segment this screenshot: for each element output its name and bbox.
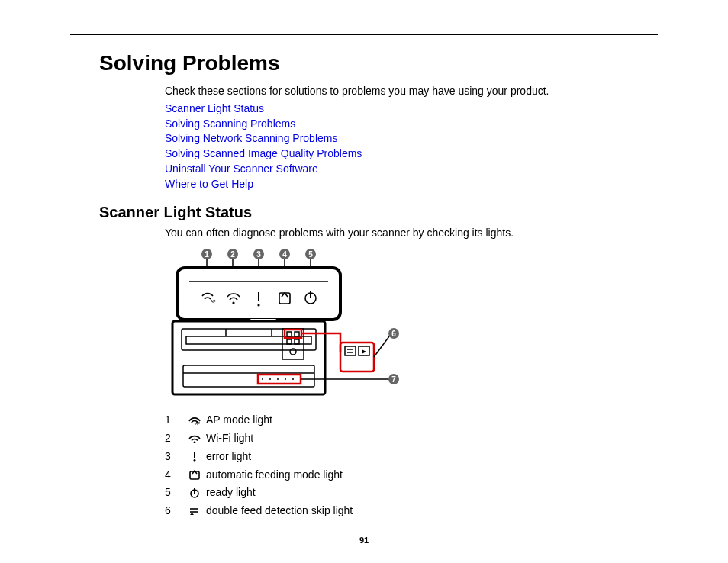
svg-text:AP: AP xyxy=(211,299,216,304)
intro-text: Check these sections for solutions to pr… xyxy=(165,84,638,98)
svg-rect-40 xyxy=(345,346,356,355)
callout-3: 3 xyxy=(256,249,261,258)
svg-point-32 xyxy=(292,378,294,380)
svg-point-30 xyxy=(277,378,279,380)
legend-list: 1 AP AP mode light 2 Wi-Fi light 3 error… xyxy=(165,413,638,518)
page-title: Solving Problems xyxy=(99,49,658,78)
svg-text:AP: AP xyxy=(195,422,200,426)
svg-point-31 xyxy=(285,378,286,380)
callout-5: 5 xyxy=(308,249,313,258)
link-list: Scanner Light Status Solving Scanning Pr… xyxy=(165,101,638,191)
svg-point-29 xyxy=(269,378,271,380)
svg-rect-55 xyxy=(190,471,199,479)
legend-label: Wi-Fi light xyxy=(206,431,253,446)
top-rule xyxy=(70,34,658,35)
link-scanner-light-status[interactable]: Scanner Light Status xyxy=(165,101,638,116)
link-solving-network-scanning-problems[interactable]: Solving Network Scanning Problems xyxy=(165,131,638,146)
ready-icon xyxy=(186,487,203,498)
svg-point-15 xyxy=(257,304,259,306)
legend-label: automatic feeding mode light xyxy=(206,468,343,482)
legend-row: 2 Wi-Fi light xyxy=(165,431,638,446)
error-icon xyxy=(186,451,203,462)
legend-label: error light xyxy=(206,449,251,464)
legend-num: 2 xyxy=(165,431,186,446)
legend-row: 6 double feed detection skip light xyxy=(165,503,638,518)
svg-line-46 xyxy=(374,336,389,357)
legend-label: double feed detection skip light xyxy=(206,503,353,518)
scanner-lights-diagram: 1 2 3 4 5 AP xyxy=(165,245,411,405)
svg-point-52 xyxy=(194,442,196,443)
callout-6: 6 xyxy=(391,329,396,337)
link-solving-scanning-problems[interactable]: Solving Scanning Problems xyxy=(165,117,638,131)
callout-4: 4 xyxy=(282,249,287,258)
legend-num: 6 xyxy=(165,503,186,518)
ap-mode-icon: AP xyxy=(186,414,203,425)
link-solving-scanned-image-quality[interactable]: Solving Scanned Image Quality Problems xyxy=(165,146,638,161)
svg-point-13 xyxy=(232,301,234,304)
legend-label: AP mode light xyxy=(206,413,272,427)
svg-point-54 xyxy=(194,459,196,462)
legend-label: ready light xyxy=(206,485,256,500)
legend-num: 4 xyxy=(165,468,186,482)
link-where-to-get-help[interactable]: Where to Get Help xyxy=(165,177,638,191)
afm-icon xyxy=(186,469,203,480)
legend-row: 1 AP AP mode light xyxy=(165,413,638,427)
svg-marker-44 xyxy=(362,349,366,354)
svg-point-28 xyxy=(262,378,263,380)
section-intro: You can often diagnose problems with you… xyxy=(165,226,638,240)
link-uninstall-scanner-software[interactable]: Uninstall Your Scanner Software xyxy=(165,162,638,176)
legend-num: 3 xyxy=(165,449,186,464)
callout-7: 7 xyxy=(391,375,396,383)
page-number: 91 xyxy=(0,535,728,546)
wifi-icon xyxy=(186,433,203,443)
svg-marker-60 xyxy=(190,513,194,515)
callout-1: 1 xyxy=(205,249,209,258)
legend-num: 5 xyxy=(165,485,186,500)
legend-row: 4 automatic feeding mode light xyxy=(165,468,638,482)
legend-num: 1 xyxy=(165,413,186,427)
callout-2: 2 xyxy=(230,249,235,258)
dfd-skip-icon xyxy=(186,506,203,516)
legend-row: 3 error light xyxy=(165,449,638,464)
section-heading: Scanner Light Status xyxy=(99,202,658,223)
legend-row: 5 ready light xyxy=(165,485,638,500)
